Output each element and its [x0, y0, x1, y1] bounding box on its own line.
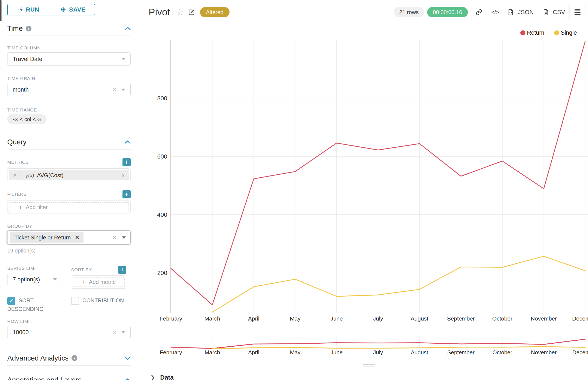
lightning-icon: [20, 7, 23, 12]
time-range-brush[interactable]: FebruaryMarchAprilMayJuneJulyAugustSepte…: [160, 337, 588, 356]
time-grain-label: TIME GRAIN: [7, 76, 131, 81]
time-range-pill[interactable]: -∞ ≤ col < ∞: [7, 114, 47, 124]
divider: [7, 36, 131, 36]
group-by-value: Ticket Single or Return: [14, 234, 71, 241]
sort-by-container: + Add metric: [71, 275, 126, 289]
clear-icon[interactable]: ✕: [112, 330, 117, 335]
sort-descending-checkbox[interactable]: ✓: [7, 297, 15, 305]
x-axis-tick-label: May: [290, 315, 301, 322]
add-metric-label: Add metric: [89, 279, 115, 285]
contribution-label: CONTRIBUTION: [82, 297, 124, 304]
x-axis-tick-label: August: [411, 315, 428, 322]
x-axis-tick-label: April: [248, 315, 259, 322]
caret-down-icon: [122, 236, 126, 239]
time-grain-value: month: [13, 86, 29, 93]
group-by-value-pill[interactable]: Ticket Single or Return ✕: [10, 232, 83, 243]
clear-icon[interactable]: ✕: [112, 235, 117, 240]
divider: [7, 365, 131, 366]
time-column-value: Travel Date: [13, 56, 42, 62]
series-limit-select[interactable]: 7 option(s): [7, 273, 61, 286]
annotations-header[interactable]: Annotations and Layers: [7, 376, 131, 380]
add-sort-metric-dropzone[interactable]: + Add metric: [73, 277, 125, 287]
control-panel: RUN ⊕ SAVE Time i TIME COLUMN Travel Dat…: [0, 0, 137, 380]
time-column-label: TIME COLUMN: [7, 45, 131, 51]
query-section-header[interactable]: Query: [7, 138, 131, 146]
chart-panel: Pivot ☆ Altered 21 rows 00:00:00.16 </>: [138, 0, 588, 380]
time-grain-select[interactable]: month ✕: [7, 83, 131, 96]
metrics-label: METRICS: [7, 160, 29, 165]
x-axis-tick-label: June: [330, 315, 343, 322]
remove-metric-icon[interactable]: ✕: [9, 170, 21, 180]
caret-down-icon: [122, 331, 125, 334]
clear-icon[interactable]: ✕: [112, 87, 117, 92]
x-axis-tick-label: February: [160, 315, 182, 322]
series-line-single: [212, 256, 586, 312]
chevron-down-icon[interactable]: [125, 357, 131, 360]
info-icon[interactable]: i: [72, 355, 77, 361]
row-limit-select[interactable]: 10000 ✕: [7, 326, 131, 339]
contribution-option[interactable]: CONTRIBUTION: [71, 296, 128, 313]
time-section-title: Time: [7, 24, 23, 33]
function-icon: ƒ(x): [26, 172, 34, 178]
mini-x-tick-label: April: [248, 349, 259, 356]
save-button[interactable]: ⊕ SAVE: [51, 4, 95, 15]
mini-x-tick-label: October: [492, 349, 512, 356]
row-limit-value: 10000: [13, 329, 29, 336]
caret-down-icon: [122, 89, 125, 91]
sort-descending-option[interactable]: ✓SORT DESCENDING: [7, 296, 65, 313]
query-section-title: Query: [7, 138, 27, 146]
y-axis-tick-label: 600: [157, 153, 167, 160]
y-axis-tick-label: 200: [157, 270, 167, 276]
add-metric-button[interactable]: +: [122, 158, 131, 166]
chevron-up-icon[interactable]: [125, 140, 131, 144]
mini-x-tick-label: June: [331, 349, 343, 356]
x-axis-tick-label: December: [572, 315, 588, 322]
metrics-container: ✕ ƒ(x) AVG(Cost) ›: [7, 168, 131, 182]
contribution-checkbox[interactable]: [71, 297, 79, 305]
annotations-title: Annotations and Layers: [7, 376, 81, 380]
add-sort-metric-button[interactable]: +: [118, 266, 126, 274]
group-by-options-hint: 19 option(s): [7, 247, 131, 254]
x-axis-tick-label: September: [447, 315, 475, 322]
mini-x-tick-label: February: [160, 349, 182, 356]
chevron-up-icon[interactable]: [125, 378, 131, 380]
sidebar-scrollbar-thumb[interactable]: [0, 0, 1, 21]
panel-resize-handle[interactable]: [363, 364, 375, 369]
mini-x-tick-label: May: [290, 349, 301, 356]
series-limit-label: SERIES LIMIT: [7, 266, 61, 271]
row-limit-label: ROW LIMIT: [7, 319, 131, 324]
data-panel-toggle[interactable]: Data: [151, 374, 174, 380]
y-axis-tick-label: 400: [157, 211, 167, 218]
time-range-label: TIME RANGE: [7, 107, 131, 113]
add-filter-button[interactable]: +: [122, 190, 131, 198]
time-section-header[interactable]: Time i: [7, 24, 131, 33]
time-column-select[interactable]: Travel Date: [7, 52, 131, 66]
y-axis-tick-label: 800: [157, 95, 167, 102]
divider: [7, 149, 131, 150]
x-axis-tick-label: October: [492, 315, 512, 322]
x-axis-tick-label: November: [531, 315, 557, 322]
remove-tag-icon[interactable]: ✕: [75, 235, 79, 241]
filters-label: FILTERS: [7, 192, 27, 197]
line-chart: 200400600800FebruaryMarchAprilMayJuneJul…: [138, 0, 588, 380]
run-button[interactable]: RUN: [8, 4, 51, 15]
plus-circle-icon: ⊕: [61, 6, 66, 13]
x-axis-tick-label: July: [373, 315, 383, 322]
info-icon[interactable]: i: [26, 26, 31, 31]
expand-right-icon: [151, 375, 155, 380]
metric-pill[interactable]: ✕ ƒ(x) AVG(Cost) ›: [9, 170, 129, 180]
add-filter-dropzone[interactable]: + Add filter: [9, 202, 129, 212]
mini-x-tick-label: August: [411, 349, 428, 356]
chevron-right-icon[interactable]: ›: [117, 170, 129, 180]
run-button-label: RUN: [26, 6, 39, 13]
mini-series-line-single: [212, 347, 586, 349]
plus-icon: +: [82, 279, 85, 285]
sort-by-label: SORT BY: [71, 267, 92, 272]
chevron-up-icon[interactable]: [125, 27, 131, 30]
group-by-label: GROUP BY: [7, 224, 131, 229]
mini-x-tick-label: July: [373, 349, 383, 356]
advanced-analytics-header[interactable]: Advanced Analytics i: [7, 354, 131, 362]
group-by-select[interactable]: Ticket Single or Return ✕ ✕: [7, 230, 131, 245]
caret-down-icon: [122, 58, 125, 60]
mini-x-tick-label: March: [204, 349, 220, 356]
